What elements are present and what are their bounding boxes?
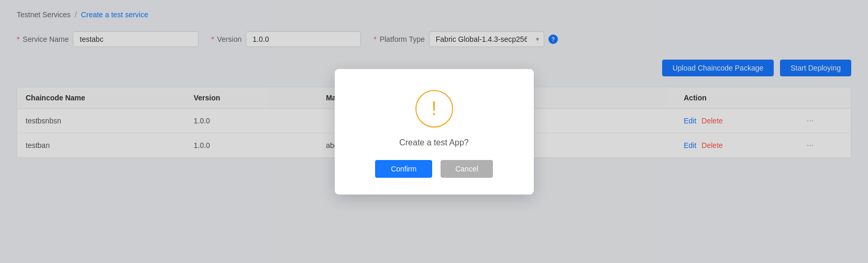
cancel-button[interactable]: Cancel	[441, 160, 493, 178]
confirm-button[interactable]: Confirm	[375, 160, 432, 178]
modal-warning-icon: !	[415, 90, 453, 128]
modal-overlay: ! Create a test App? Confirm Cancel	[0, 0, 868, 263]
modal-message: Create a test App?	[399, 138, 469, 147]
confirm-modal: ! Create a test App? Confirm Cancel	[335, 69, 534, 195]
exclamation-mark: !	[431, 99, 436, 118]
modal-buttons: Confirm Cancel	[375, 160, 493, 178]
